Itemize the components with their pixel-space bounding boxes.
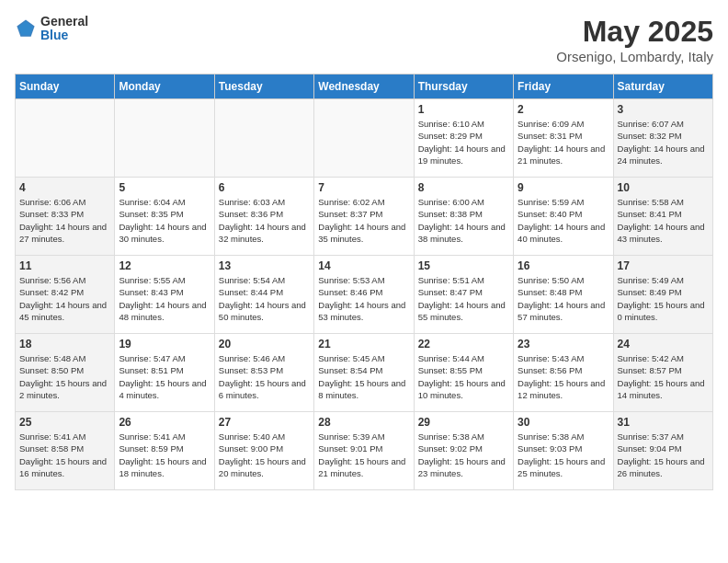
day-detail: Sunrise: 5:58 AM Sunset: 8:41 PM Dayligh… (618, 196, 709, 245)
day-detail: Sunrise: 5:39 AM Sunset: 9:01 PM Dayligh… (318, 431, 409, 479)
day-detail: Sunrise: 5:45 AM Sunset: 8:54 PM Dayligh… (318, 352, 409, 401)
day-cell (115, 99, 214, 178)
day-number: 10 (618, 181, 709, 194)
day-cell: 13Sunrise: 5:54 AM Sunset: 8:44 PM Dayli… (214, 256, 313, 334)
day-detail: Sunrise: 6:06 AM Sunset: 8:33 PM Dayligh… (19, 196, 110, 245)
day-cell (314, 99, 414, 178)
day-detail: Sunrise: 5:41 AM Sunset: 8:59 PM Dayligh… (119, 431, 210, 479)
day-cell: 15Sunrise: 5:51 AM Sunset: 8:47 PM Dayli… (414, 256, 513, 334)
day-header-tuesday: Tuesday (214, 75, 313, 99)
svg-marker-1 (18, 21, 33, 35)
day-cell: 16Sunrise: 5:50 AM Sunset: 8:48 PM Dayli… (514, 256, 613, 334)
month-year: May 2025 (556, 15, 713, 49)
day-number: 31 (618, 416, 709, 429)
logo: General Blue (15, 15, 88, 43)
day-detail: Sunrise: 6:02 AM Sunset: 8:37 PM Dayligh… (318, 196, 409, 245)
day-number: 2 (518, 103, 609, 116)
day-detail: Sunrise: 5:47 AM Sunset: 8:51 PM Dayligh… (119, 352, 210, 401)
logo-icon (15, 17, 37, 40)
day-cell: 7Sunrise: 6:02 AM Sunset: 8:37 PM Daylig… (314, 178, 414, 256)
day-detail: Sunrise: 6:03 AM Sunset: 8:36 PM Dayligh… (219, 196, 310, 245)
day-cell: 18Sunrise: 5:48 AM Sunset: 8:50 PM Dayli… (16, 334, 115, 412)
day-header-sunday: Sunday (16, 75, 115, 99)
day-detail: Sunrise: 6:00 AM Sunset: 8:38 PM Dayligh… (418, 196, 509, 245)
day-number: 17 (618, 259, 709, 272)
day-number: 15 (418, 259, 509, 272)
day-header-saturday: Saturday (613, 75, 712, 99)
day-number: 21 (318, 338, 409, 350)
day-cell: 25Sunrise: 5:41 AM Sunset: 8:58 PM Dayli… (16, 412, 115, 490)
week-row-5: 25Sunrise: 5:41 AM Sunset: 8:58 PM Dayli… (16, 412, 713, 490)
day-cell: 21Sunrise: 5:45 AM Sunset: 8:54 PM Dayli… (314, 334, 414, 412)
day-cell: 24Sunrise: 5:42 AM Sunset: 8:57 PM Dayli… (613, 334, 712, 412)
day-number: 5 (119, 181, 210, 194)
day-number: 28 (318, 416, 409, 429)
logo-text: General Blue (40, 15, 88, 43)
day-number: 27 (219, 416, 310, 429)
day-cell: 17Sunrise: 5:49 AM Sunset: 8:49 PM Dayli… (613, 256, 712, 334)
day-cell: 26Sunrise: 5:41 AM Sunset: 8:59 PM Dayli… (115, 412, 214, 490)
week-row-3: 11Sunrise: 5:56 AM Sunset: 8:42 PM Dayli… (16, 256, 713, 334)
day-number: 23 (518, 338, 609, 350)
day-number: 9 (518, 181, 609, 194)
day-cell: 12Sunrise: 5:55 AM Sunset: 8:43 PM Dayli… (115, 256, 214, 334)
day-detail: Sunrise: 5:46 AM Sunset: 8:53 PM Dayligh… (219, 352, 310, 401)
day-detail: Sunrise: 5:50 AM Sunset: 8:48 PM Dayligh… (518, 274, 609, 323)
day-detail: Sunrise: 6:09 AM Sunset: 8:31 PM Dayligh… (518, 118, 609, 167)
day-cell: 22Sunrise: 5:44 AM Sunset: 8:55 PM Dayli… (414, 334, 513, 412)
location: Orsenigo, Lombardy, Italy (556, 49, 713, 64)
day-cell: 3Sunrise: 6:07 AM Sunset: 8:32 PM Daylig… (613, 99, 712, 178)
day-detail: Sunrise: 5:56 AM Sunset: 8:42 PM Dayligh… (19, 274, 110, 323)
day-cell: 8Sunrise: 6:00 AM Sunset: 8:38 PM Daylig… (414, 178, 513, 256)
day-cell: 23Sunrise: 5:43 AM Sunset: 8:56 PM Dayli… (514, 334, 613, 412)
day-detail: Sunrise: 5:53 AM Sunset: 8:46 PM Dayligh… (318, 274, 409, 323)
day-number: 7 (318, 181, 409, 194)
day-cell: 1Sunrise: 6:10 AM Sunset: 8:29 PM Daylig… (414, 99, 513, 178)
week-row-1: 1Sunrise: 6:10 AM Sunset: 8:29 PM Daylig… (16, 99, 713, 178)
day-detail: Sunrise: 5:40 AM Sunset: 9:00 PM Dayligh… (219, 431, 310, 479)
day-cell: 20Sunrise: 5:46 AM Sunset: 8:53 PM Dayli… (214, 334, 313, 412)
day-detail: Sunrise: 5:59 AM Sunset: 8:40 PM Dayligh… (518, 196, 609, 245)
day-number: 12 (119, 259, 210, 272)
day-detail: Sunrise: 5:43 AM Sunset: 8:56 PM Dayligh… (518, 352, 609, 401)
day-cell: 10Sunrise: 5:58 AM Sunset: 8:41 PM Dayli… (613, 178, 712, 256)
day-detail: Sunrise: 5:38 AM Sunset: 9:03 PM Dayligh… (518, 431, 609, 479)
logo-blue: Blue (40, 29, 88, 42)
day-detail: Sunrise: 5:44 AM Sunset: 8:55 PM Dayligh… (418, 352, 509, 401)
day-number: 26 (119, 416, 210, 429)
day-cell: 6Sunrise: 6:03 AM Sunset: 8:36 PM Daylig… (214, 178, 313, 256)
day-cell (16, 99, 115, 178)
day-detail: Sunrise: 5:55 AM Sunset: 8:43 PM Dayligh… (119, 274, 210, 323)
day-number: 20 (219, 338, 310, 350)
day-cell: 19Sunrise: 5:47 AM Sunset: 8:51 PM Dayli… (115, 334, 214, 412)
day-cell: 14Sunrise: 5:53 AM Sunset: 8:46 PM Dayli… (314, 256, 414, 334)
day-header-thursday: Thursday (414, 75, 513, 99)
day-number: 14 (318, 259, 409, 272)
calendar-table: SundayMondayTuesdayWednesdayThursdayFrid… (15, 74, 713, 490)
day-detail: Sunrise: 5:51 AM Sunset: 8:47 PM Dayligh… (418, 274, 509, 323)
day-number: 11 (19, 259, 110, 272)
day-detail: Sunrise: 5:49 AM Sunset: 8:49 PM Dayligh… (618, 274, 709, 323)
day-number: 22 (418, 338, 509, 350)
day-number: 13 (219, 259, 310, 272)
day-cell: 11Sunrise: 5:56 AM Sunset: 8:42 PM Dayli… (16, 256, 115, 334)
day-number: 18 (19, 338, 110, 350)
day-detail: Sunrise: 5:54 AM Sunset: 8:44 PM Dayligh… (219, 274, 310, 323)
day-number: 30 (518, 416, 609, 429)
day-detail: Sunrise: 6:10 AM Sunset: 8:29 PM Dayligh… (418, 118, 509, 167)
day-cell: 9Sunrise: 5:59 AM Sunset: 8:40 PM Daylig… (514, 178, 613, 256)
week-row-2: 4Sunrise: 6:06 AM Sunset: 8:33 PM Daylig… (16, 178, 713, 256)
day-detail: Sunrise: 5:42 AM Sunset: 8:57 PM Dayligh… (618, 352, 709, 401)
day-cell: 29Sunrise: 5:38 AM Sunset: 9:02 PM Dayli… (414, 412, 513, 490)
day-header-monday: Monday (115, 75, 214, 99)
day-detail: Sunrise: 5:41 AM Sunset: 8:58 PM Dayligh… (19, 431, 110, 479)
day-cell (214, 99, 313, 178)
day-detail: Sunrise: 5:48 AM Sunset: 8:50 PM Dayligh… (19, 352, 110, 401)
day-number: 8 (418, 181, 509, 194)
day-detail: Sunrise: 6:07 AM Sunset: 8:32 PM Dayligh… (618, 118, 709, 167)
day-cell: 27Sunrise: 5:40 AM Sunset: 9:00 PM Dayli… (214, 412, 313, 490)
day-detail: Sunrise: 6:04 AM Sunset: 8:35 PM Dayligh… (119, 196, 210, 245)
day-number: 6 (219, 181, 310, 194)
day-cell: 5Sunrise: 6:04 AM Sunset: 8:35 PM Daylig… (115, 178, 214, 256)
day-number: 16 (518, 259, 609, 272)
